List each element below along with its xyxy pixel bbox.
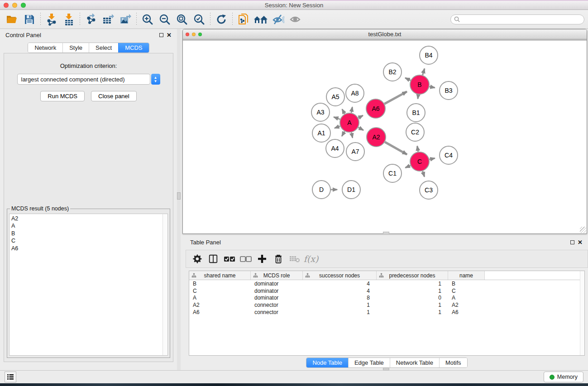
graph-edge-C-C2[interactable]	[417, 146, 418, 152]
result-scrollbar[interactable]	[163, 214, 167, 355]
open-session-button[interactable]	[4, 12, 21, 27]
table-cell[interactable]: A	[448, 295, 485, 302]
select-all-button[interactable]	[222, 252, 237, 266]
mcds-result-item[interactable]: A2	[11, 215, 167, 222]
close-panel-button[interactable]: Close panel	[91, 91, 137, 101]
save-session-button[interactable]	[21, 12, 38, 27]
dropdown-stepper-icon[interactable]: ▲▼	[151, 74, 160, 85]
graph-edge-A-A8[interactable]	[351, 107, 352, 113]
column-header-name[interactable]: name	[448, 271, 485, 280]
graph-edge-A-A6[interactable]	[358, 115, 363, 118]
float-table-panel-icon[interactable]	[570, 240, 574, 244]
table-row[interactable]: A2connector11A2	[189, 301, 584, 309]
tab-motifs[interactable]: Motifs	[439, 358, 467, 367]
network-canvas[interactable]: B4B2BB3A8A5A6A3B1AC2A1A2A4A7C4CC1DD1C3	[183, 40, 587, 234]
network-window-titlebar[interactable]: testGlobe.txt	[183, 29, 587, 39]
graph-edge-A-A1[interactable]	[335, 126, 340, 129]
graph-node-A2[interactable]: A2	[367, 128, 386, 147]
graph-node-D1[interactable]: D1	[342, 181, 360, 199]
graph-node-A8[interactable]: A8	[346, 84, 364, 102]
close-panel-icon[interactable]: ✕	[167, 33, 172, 37]
column-header-successor-nodes[interactable]: successor nodes	[303, 271, 377, 280]
zoom-selected-button[interactable]	[191, 12, 208, 27]
add-column-button[interactable]	[255, 252, 269, 266]
table-row[interactable]: A6connector11A6	[189, 309, 584, 316]
float-panel-icon[interactable]	[159, 33, 163, 37]
graph-edge-B-B4[interactable]	[422, 69, 424, 75]
tab-mcds[interactable]: MCDS	[118, 43, 148, 52]
first-neighbors-button[interactable]	[252, 12, 269, 27]
graph-edge-B-B3[interactable]	[430, 86, 435, 87]
table-scrollbar[interactable]	[580, 271, 584, 355]
table-cell[interactable]: 4	[303, 280, 377, 287]
table-cell[interactable]: dominator	[251, 287, 303, 295]
table-cell[interactable]: 4	[303, 287, 377, 295]
search-input[interactable]	[460, 15, 584, 24]
divider-grip[interactable]	[177, 192, 181, 200]
show-columns-button[interactable]	[206, 252, 220, 266]
graph-node-A1[interactable]: A1	[312, 124, 330, 142]
graph-edge-B-B1[interactable]	[418, 95, 418, 99]
table-cell[interactable]: B	[448, 280, 485, 287]
export-table-button[interactable]	[100, 12, 117, 27]
table-cell[interactable]: dominator	[251, 295, 303, 302]
graph-node-A[interactable]: A	[340, 113, 359, 132]
column-settings-button[interactable]	[190, 252, 204, 266]
graph-edge-C-C4[interactable]	[429, 158, 435, 160]
table-row[interactable]: Adominator80A	[189, 295, 584, 302]
table-cell[interactable]: connector	[251, 301, 303, 309]
graph-edge-C-C3[interactable]	[423, 171, 425, 176]
run-mcds-button[interactable]: Run MCDS	[40, 91, 85, 101]
delete-column-button[interactable]	[271, 252, 286, 266]
table-cell[interactable]: C	[189, 287, 251, 295]
graph-edge-A2-C[interactable]	[385, 142, 407, 155]
column-header-predecessor-nodes[interactable]: predecessor nodes	[377, 271, 448, 280]
criterion-dropdown[interactable]: largest connected component (directed)	[17, 74, 150, 85]
graph-node-A7[interactable]: A7	[346, 143, 364, 161]
graph-edge-A-A7[interactable]	[351, 133, 352, 138]
import-table-button[interactable]	[60, 12, 77, 27]
export-network-button[interactable]	[82, 12, 100, 27]
deselect-all-button[interactable]	[239, 252, 253, 266]
show-all-button[interactable]	[287, 12, 304, 27]
table-cell[interactable]: C	[448, 287, 485, 295]
table-cell[interactable]: A2	[448, 301, 485, 309]
tab-network-table[interactable]: Network Table	[390, 358, 439, 367]
mcds-result-item[interactable]: A	[11, 222, 167, 229]
table-cell[interactable]: 1	[377, 301, 448, 309]
table-cell[interactable]: 1	[303, 309, 377, 316]
mcds-result-item[interactable]: A6	[11, 245, 167, 252]
graph-node-C[interactable]: C	[410, 152, 429, 171]
mcds-result-item[interactable]: C	[11, 237, 167, 244]
column-header-MCDS-role[interactable]: MCDS role	[251, 271, 303, 280]
table-row[interactable]: Bdominator41B	[189, 280, 584, 287]
graph-node-A6[interactable]: A6	[366, 99, 385, 118]
zoom-fit-button[interactable]	[173, 12, 191, 27]
graph-node-A4[interactable]: A4	[326, 139, 344, 157]
graph-node-B3[interactable]: B3	[440, 81, 458, 100]
graph-edge-A-A2[interactable]	[358, 127, 363, 130]
table-cell[interactable]: 1	[377, 287, 448, 295]
graph-edge-A-A4[interactable]	[342, 131, 344, 136]
search-box[interactable]	[450, 14, 584, 24]
import-network-button[interactable]	[43, 12, 60, 27]
graph-node-B4[interactable]: B4	[420, 46, 438, 64]
zoom-in-button[interactable]	[139, 12, 156, 27]
graph-node-B[interactable]: B	[410, 75, 429, 94]
close-table-panel-icon[interactable]: ✕	[578, 240, 583, 244]
graph-edge-A-A5[interactable]	[342, 109, 345, 114]
apply-layout-button[interactable]	[213, 12, 230, 27]
table-cell[interactable]: 8	[303, 295, 377, 302]
graph-node-A5[interactable]: A5	[326, 88, 344, 106]
graph-node-B2[interactable]: B2	[383, 63, 402, 81]
tab-network[interactable]: Network	[28, 43, 62, 52]
table-cell[interactable]: 1	[377, 309, 448, 316]
graph-node-B1[interactable]: B1	[407, 104, 425, 122]
graph-node-C2[interactable]: C2	[406, 123, 424, 141]
task-history-button[interactable]	[5, 372, 16, 382]
export-image-button[interactable]	[117, 12, 134, 27]
table-cell[interactable]: 0	[377, 295, 448, 302]
tab-select[interactable]: Select	[89, 43, 118, 52]
panel-divider[interactable]	[177, 29, 181, 370]
table-row[interactable]: Cdominator41C	[189, 287, 584, 295]
